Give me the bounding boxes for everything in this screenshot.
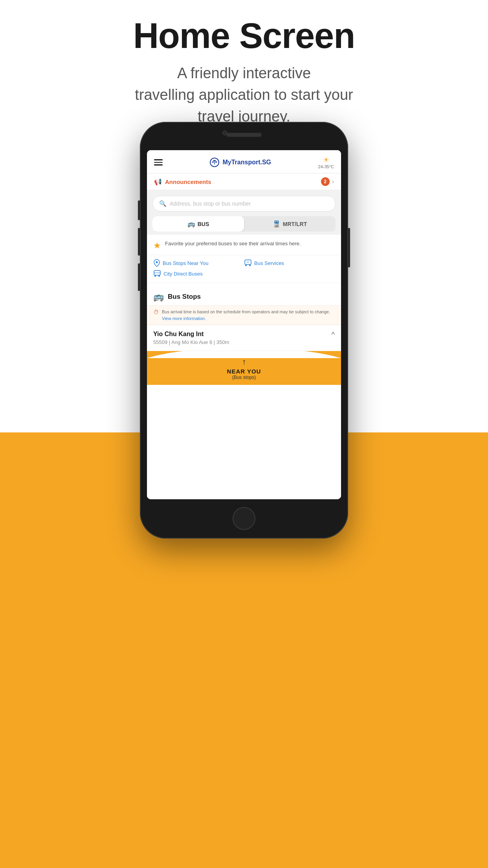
search-bar[interactable]: 🔍 Address, bus stop or bus number (152, 196, 336, 211)
app-logo-icon (209, 157, 220, 167)
quick-links: Bus Stops Near You 01 Bus Services (147, 255, 341, 283)
svg-text:01: 01 (247, 261, 250, 263)
megaphone-icon: 📢 (154, 178, 162, 186)
tab-mrt[interactable]: 🚆 MRT/LRT (244, 216, 336, 232)
page-subtitle: A friendly interactivetravelling applica… (0, 63, 488, 127)
search-container: 🔍 Address, bus stop or bus number (147, 191, 341, 216)
phone-home-button[interactable] (233, 507, 255, 530)
tab-bus[interactable]: 🚌 BUS (152, 216, 244, 232)
search-icon: 🔍 (159, 200, 167, 207)
weather-temp: 24-35°C (318, 164, 334, 169)
main-scroll-area: ★ Favorite your preferred buses to see t… (147, 235, 341, 499)
weather-icon: ☀ (323, 156, 329, 164)
bus-stops-header: 🚌 Bus Stops (147, 286, 341, 305)
chevron-up-icon: ^ (332, 331, 335, 339)
tab-mrt-label: MRT/LRT (283, 221, 307, 227)
hamburger-menu-button[interactable] (154, 159, 163, 166)
quick-link-bus-services[interactable]: 01 Bus Services (244, 259, 335, 267)
phone-camera (222, 131, 227, 135)
mrt-tab-icon: 🚆 (273, 220, 281, 228)
svg-point-1 (213, 162, 214, 163)
svg-point-7 (245, 265, 247, 266)
brand-text: MyTransport.SG (222, 159, 271, 166)
quick-link-bus-stops[interactable]: Bus Stops Near You (153, 259, 244, 267)
city-direct-icon (153, 270, 161, 277)
bus-stop-item[interactable]: Yio Chu Kang Int 55509 | Ang Mo Kio Aue … (147, 325, 341, 351)
phone-speaker (226, 133, 262, 137)
hamburger-line (154, 162, 163, 163)
app-navbar: MyTransport.SG ☀ 24-35°C (147, 150, 341, 173)
tab-bus-label: BUS (198, 221, 209, 227)
app-content: MyTransport.SG ☀ 24-35°C 📢 Announcements… (147, 150, 341, 499)
bottom-near-you-bar[interactable]: ↑ NEAR YOU (Bus stops) (147, 351, 341, 385)
svg-point-8 (249, 265, 251, 266)
bus-stops-section: 🚌 Bus Stops ⏱ Bus arrival time is based … (147, 286, 341, 351)
svg-point-12 (158, 275, 160, 277)
bus-services-icon: 01 (244, 259, 252, 267)
favorites-hint-text: Favorite your preferred buses to see the… (165, 240, 301, 247)
bus-stop-name: Yio Chu Kang Int (153, 331, 229, 338)
bus-stops-section-icon: 🚌 (153, 292, 164, 302)
quick-links-row-2: City Direct Buses (153, 270, 335, 277)
bus-stops-section-title: Bus Stops (168, 293, 201, 301)
bus-tab-icon: 🚌 (187, 220, 195, 228)
city-direct-buses-link: City Direct Buses (163, 271, 203, 277)
bus-services-link: Bus Services (254, 260, 284, 266)
nav-brand: MyTransport.SG (209, 157, 271, 167)
phone-frame: MyTransport.SG ☀ 24-35°C 📢 Announcements… (140, 122, 348, 539)
chevron-right-icon: › (332, 178, 334, 185)
bus-stop-info: Yio Chu Kang Int 55509 | Ang Mo Kio Aue … (153, 331, 229, 345)
announcements-right: 2 › (321, 177, 334, 186)
disclaimer-text: Bus arrival time is based on the schedul… (162, 309, 335, 322)
near-you-sublabel: (Bus stops) (147, 375, 341, 380)
favorites-hint: ★ Favorite your preferred buses to see t… (147, 235, 341, 255)
bus-stops-near-you-link: Bus Stops Near You (163, 260, 208, 266)
view-more-link[interactable]: View more information. (162, 316, 206, 321)
announcements-label: Announcements (165, 178, 211, 185)
phone-btn-power (348, 228, 350, 267)
disclaimer-bar: ⏱ Bus arrival time is based on the sched… (147, 305, 341, 325)
announcements-bar[interactable]: 📢 Announcements 2 › (147, 173, 341, 190)
quick-link-city-direct[interactable]: City Direct Buses (153, 270, 335, 277)
page-title: Home Screen (0, 16, 488, 56)
quick-links-row-1: Bus Stops Near You 01 Bus Services (153, 259, 335, 267)
mode-tabs: 🚌 BUS 🚆 MRT/LRT (152, 216, 336, 232)
phone-btn-vol-down (138, 263, 140, 291)
near-you-label: NEAR YOU (147, 368, 341, 375)
phone-screen: MyTransport.SG ☀ 24-35°C 📢 Announcements… (147, 150, 341, 499)
svg-point-4 (156, 261, 158, 263)
weather-display: ☀ 24-35°C (318, 156, 334, 169)
bus-stop-details: 55509 | Ang Mo Kio Aue 8 | 350m (153, 339, 229, 345)
hamburger-line (154, 159, 163, 160)
star-icon: ★ (153, 241, 161, 251)
phone-btn-vol-up (138, 228, 140, 256)
announcements-badge: 2 (321, 177, 330, 186)
search-placeholder-text: Address, bus stop or bus number (170, 200, 251, 207)
svg-point-2 (216, 162, 217, 163)
location-pin-icon (153, 259, 160, 267)
announcements-left: 📢 Announcements (154, 178, 211, 186)
clock-icon: ⏱ (153, 309, 159, 315)
phone-btn-mute (138, 200, 140, 220)
svg-point-11 (154, 275, 156, 277)
bottom-bar-wave (147, 351, 341, 358)
hamburger-line (154, 164, 163, 166)
page-header: Home Screen A friendly interactivetravel… (0, 16, 488, 127)
arrow-up-icon: ↑ (147, 357, 341, 366)
